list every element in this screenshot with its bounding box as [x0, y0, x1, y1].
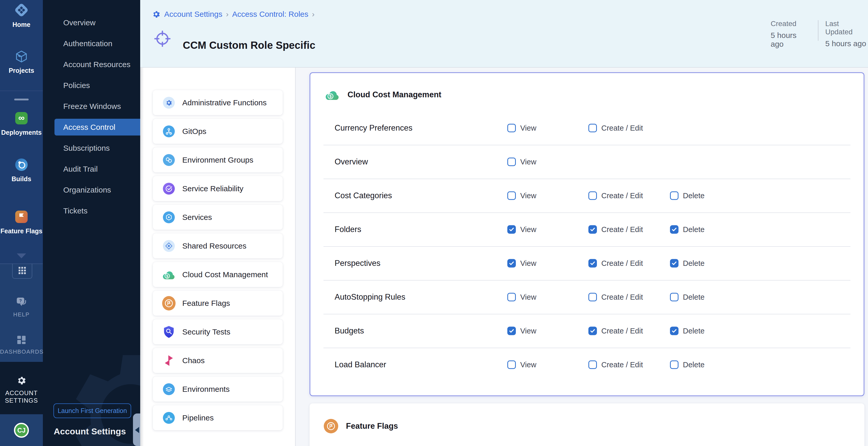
feature-flags-flag-icon: [0, 210, 43, 224]
svg-text:$: $: [166, 274, 168, 278]
panel-title: Feature Flags: [346, 421, 398, 431]
view-checkbox[interactable]: [507, 326, 516, 335]
launch-first-generation-button[interactable]: Launch First Generation: [54, 404, 131, 418]
category-label: Administrative Functions: [182, 98, 267, 107]
sidebar-item-label: Subscriptions: [63, 144, 110, 152]
category-feature-flags[interactable]: Feature Flags: [153, 291, 283, 316]
deployments-infinity-icon: ∞: [0, 111, 43, 125]
create-edit-checkbox[interactable]: [588, 191, 597, 200]
sidebar-item-audit-trail[interactable]: Audit Trail: [43, 158, 140, 180]
category-pipelines[interactable]: Pipelines: [153, 405, 283, 430]
category-services[interactable]: Services: [153, 205, 283, 230]
last-updated-value: 5 hours ago: [825, 39, 868, 48]
permission-label: Delete: [683, 360, 705, 369]
category-chaos[interactable]: Chaos: [153, 348, 283, 373]
page-title: CCM Custom Role Specific: [183, 39, 315, 51]
rail-item-deployments[interactable]: ∞ Deployments: [0, 111, 43, 136]
sidebar-item-policies[interactable]: Policies: [43, 75, 140, 96]
permission-autostopping-rules-delete: Delete: [670, 293, 705, 301]
sidebar-item-organizations[interactable]: Organizations: [43, 180, 140, 200]
cloud-cost-management-panel: $ Cloud Cost Management Currency Prefere…: [310, 72, 864, 396]
sidebar-item-account-resources[interactable]: Account Resources: [43, 54, 140, 75]
delete-checkbox[interactable]: [670, 191, 679, 200]
delete-checkbox[interactable]: [670, 326, 679, 335]
create-edit-checkbox[interactable]: [588, 124, 597, 132]
sidebar-item-subscriptions[interactable]: Subscriptions: [43, 137, 140, 158]
sidebar-item-access-control[interactable]: Access Control: [43, 117, 140, 137]
breadcrumb-link-account-settings[interactable]: Account Settings: [164, 10, 222, 19]
chaos-icon: [162, 355, 176, 367]
user-avatar[interactable]: CJ: [14, 423, 29, 438]
view-checkbox[interactable]: [507, 225, 516, 233]
category-gitops[interactable]: GitOps: [153, 119, 283, 144]
category-label: Environment Groups: [182, 156, 253, 164]
rail-item-dashboards[interactable]: DASHBOARDS: [0, 334, 43, 355]
permission-folders-delete: Delete: [670, 225, 705, 233]
created-value: 5 hours ago: [771, 31, 811, 49]
permission-row-budgets: BudgetsViewCreate / EditDelete: [310, 314, 864, 348]
rail-item-help[interactable]: ? HELP: [0, 297, 43, 318]
view-checkbox[interactable]: [507, 360, 516, 369]
sidebar-item-authentication[interactable]: Authentication: [43, 33, 140, 54]
sidebar-item-overview[interactable]: Overview: [43, 12, 140, 33]
delete-checkbox[interactable]: [670, 225, 679, 233]
breadcrumb-link-access-control-roles[interactable]: Access Control: Roles: [232, 10, 308, 19]
sidebar-item-tickets[interactable]: Tickets: [43, 200, 140, 221]
sidebar-item-label: Tickets: [63, 206, 88, 215]
category-cloud-cost-management[interactable]: $Cloud Cost Management: [153, 262, 283, 287]
sidebar-collapse-handle[interactable]: [133, 413, 140, 446]
panel-header: Feature Flags: [324, 419, 398, 433]
category-label: Feature Flags: [182, 299, 230, 308]
category-security-tests[interactable]: Security Tests: [153, 319, 283, 344]
settings-gear-icon: [0, 362, 43, 386]
chevron-right-icon: ›: [226, 10, 228, 19]
delete-checkbox[interactable]: [670, 293, 679, 301]
view-checkbox[interactable]: [507, 191, 516, 200]
sidebar-item-label: Authentication: [63, 39, 112, 48]
rail-item-account-settings[interactable]: ACCOUNT SETTINGS: [0, 362, 43, 414]
admin-gear-icon: [162, 97, 176, 109]
view-checkbox[interactable]: [507, 157, 516, 166]
sidebar-item-freeze-windows[interactable]: Freeze Windows: [43, 96, 140, 117]
category-environments[interactable]: Environments: [153, 377, 283, 402]
create-edit-checkbox[interactable]: [588, 293, 597, 301]
permission-budgets-view: View: [507, 326, 536, 335]
account-settings-sidebar: OverviewAuthenticationAccount ResourcesP…: [43, 0, 140, 446]
rail-item-home[interactable]: Home: [0, 3, 43, 28]
permission-label: View: [520, 124, 536, 132]
category-label: Security Tests: [182, 327, 230, 336]
permission-autostopping-rules-view: View: [507, 293, 536, 301]
create-edit-checkbox[interactable]: [588, 259, 597, 267]
category-service-reliability[interactable]: Service Reliability: [153, 176, 283, 201]
cloud-cost-icon: $: [325, 89, 340, 100]
delete-checkbox[interactable]: [670, 360, 679, 369]
permission-row-overview: OverviewView: [310, 145, 864, 179]
create-edit-checkbox[interactable]: [588, 360, 597, 369]
rail-item-builds[interactable]: Builds: [0, 157, 43, 183]
app-window: Home Projects ∞ Deployments Builds: [0, 0, 868, 446]
permission-perspectives-delete: Delete: [670, 259, 705, 267]
view-checkbox[interactable]: [507, 124, 516, 132]
rail-item-projects[interactable]: Projects: [0, 50, 43, 74]
permission-currency-preferences-create-edit: Create / Edit: [588, 124, 643, 132]
create-edit-checkbox[interactable]: [588, 225, 597, 233]
permission-row-load-balancer: Load BalancerViewCreate / EditDelete: [310, 348, 864, 381]
view-checkbox[interactable]: [507, 259, 516, 267]
resource-label: Cost Categories: [335, 191, 392, 200]
rail-item-feature-flags[interactable]: Feature Flags: [0, 210, 43, 234]
category-label: Services: [182, 213, 212, 222]
permission-cost-categories-view: View: [507, 191, 536, 200]
projects-cube-icon: [0, 50, 43, 63]
category-administrative-functions[interactable]: Administrative Functions: [153, 90, 283, 115]
permission-load-balancer-view: View: [507, 360, 536, 369]
view-checkbox[interactable]: [507, 293, 516, 301]
permission-label: View: [520, 157, 536, 166]
resource-label: Currency Preferences: [335, 123, 412, 133]
rail-more-chevron-icon[interactable]: [17, 253, 26, 258]
category-environment-groups[interactable]: Environment Groups: [153, 148, 283, 172]
permission-row-folders: FoldersViewCreate / EditDelete: [310, 213, 864, 246]
category-shared-resources[interactable]: Shared Resources: [153, 233, 283, 258]
module-picker-button[interactable]: [12, 264, 32, 279]
delete-checkbox[interactable]: [670, 259, 679, 267]
create-edit-checkbox[interactable]: [588, 326, 597, 335]
